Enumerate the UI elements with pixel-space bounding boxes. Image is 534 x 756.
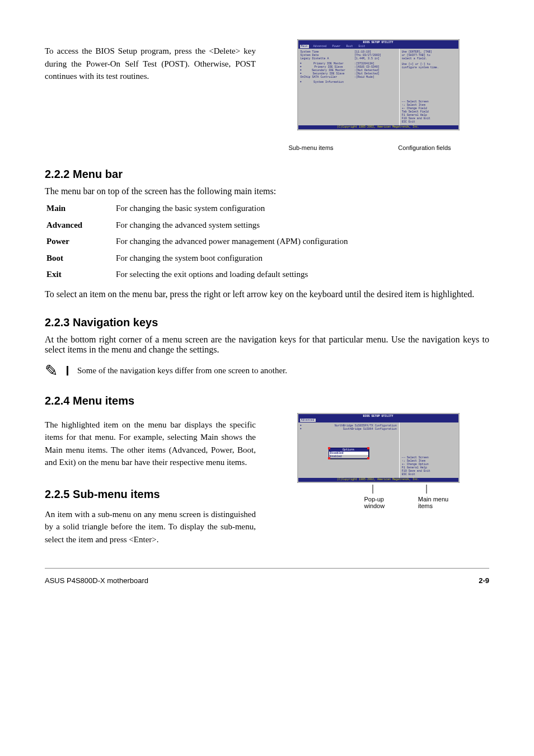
top-right-col: BIOS SETUP UTILITY Main Advanced Power B… [267,39,489,151]
bios2-copyright: (C)Copyright 1985-2002, American Megatre… [298,478,458,482]
term: Exit [46,267,114,283]
bios2-title: BIOS SETUP UTILITY [298,414,458,419]
callout-config-fields: Configuration fields [398,144,451,151]
term: Main [46,201,114,217]
bios2-main: NorthBridge SiS655FX/TX Configuration So… [298,422,399,478]
bios-main-panel: System Time[11:10:19] System Date[Thu 03… [298,49,399,125]
post-paragraph: To access the BIOS Setup program, press … [45,45,256,83]
menu-exit: Exit [358,45,367,48]
section-2-2-5-head: 2.2.5 Sub-menu items [45,486,256,503]
term: Advanced [46,218,114,233]
bios-body: System Time[11:10:19] System Date[Thu 03… [298,49,458,125]
note-row: ✎ Some of the navigation keys differ fro… [45,361,489,380]
bios-title: BIOS SETUP UTILITY [298,40,458,45]
menuitems-row: The highlighted item on the menu bar dis… [45,413,489,546]
bios2-menubar: Advanced [298,419,458,422]
menuitems-left: The highlighted item on the menu bar dis… [45,413,267,546]
top-left-col: To access the BIOS Setup program, press … [45,39,267,83]
value [354,81,397,84]
footer-right: 2-9 [479,576,489,585]
menu-power: Power [331,45,342,48]
menu2-advanced: Advanced [300,419,316,422]
page-footer: ASUS P4S800D-X motherboard 2-9 [45,573,489,585]
label: OnChip SATA Controller [301,76,338,79]
section-after: To select an item on the menu bar, press… [45,289,489,299]
section-2-2-2-head: 2.2.2 Menu bar [45,168,489,181]
desc: For changing the advanced power manageme… [115,234,348,250]
menu-bar-list: MainFor changing the basic system config… [45,200,349,284]
value: :[Raid Mode] [354,76,397,79]
term: Boot [46,251,114,266]
callout-submenu: Sub-menu items [289,144,334,151]
bios-screenshot-1: BIOS SETUP UTILITY Main Advanced Power B… [297,39,460,130]
note-icon: ✎ [45,361,58,380]
bios-side-panel: Use [ENTER], [TAB] or [SHIFT-TAB] to sel… [399,49,458,125]
label: Legacy Diskette A [301,57,329,60]
menu-advanced: Advanced [312,45,328,48]
bios1-with-callouts: BIOS SETUP UTILITY Main Advanced Power B… [297,39,460,130]
document-page: To access the BIOS Setup program, press … [0,0,534,756]
desc: For changing the advanced system setting… [115,218,348,233]
section-intro: The menu bar on top of the screen has th… [45,186,489,196]
desc: For selecting the exit options and loadi… [115,267,348,283]
bios1-callouts-bottom: Sub-menu items Configuration fields [289,132,451,151]
menu-boot: Boot [345,45,354,48]
bios2-popup: Options Disabled Enabled [329,448,369,459]
footer-left: ASUS P4S800D-X motherboard [45,576,148,585]
submenuitems-body: An item with a sub-menu on any menu scre… [45,508,256,546]
callout-main-menu-items: Main menu items [418,496,460,509]
navkeys-body: At the bottom right corner of a menu scr… [45,335,489,355]
value: [1.44M, 3.5 in] [354,57,397,60]
desc: For changing the basic system configurat… [115,201,348,217]
note-text: Some of the navigation keys differ from … [67,366,287,375]
popup-opt-enabled: Enabled [329,455,368,458]
menuitems-body: The highlighted item on the menu bar dis… [45,419,256,469]
bios-copyright: (C)Copyright 1985-2002, American Megatre… [298,125,458,129]
section-2-2-4-head: 2.2.4 Menu items [45,395,489,407]
help-box: Use [ENTER], [TAB] or [SHIFT-TAB] to sel… [402,50,456,97]
menu-main: Main [300,45,309,48]
section-2-2-3-head: 2.2.3 Navigation keys [45,316,489,329]
bios-screenshot-2: BIOS SETUP UTILITY Advanced NorthBridge … [297,413,460,483]
top-row: To access the BIOS Setup program, press … [45,39,489,151]
callout-popup: Pop-up window [364,496,401,509]
footer-rule [45,568,489,569]
label: System Information [313,81,344,84]
term: Power [46,234,114,250]
bios-menubar: Main Advanced Power Boot Exit [298,45,458,49]
menuitems-right: BIOS SETUP UTILITY Advanced NorthBridge … [267,413,489,509]
keynav-box: ←→ Select Screen ↑↓ Select Item +- Chang… [402,100,456,124]
bios2-callouts-bottom: Pop-up window Main menu items [297,485,460,509]
desc: For changing the system boot configurati… [115,251,348,266]
bios2-keynav: ←→ Select Screen ↑↓ Select Item +- Chang… [402,456,456,476]
bios2-side: ←→ Select Screen ↑↓ Select Item +- Chang… [399,422,458,478]
